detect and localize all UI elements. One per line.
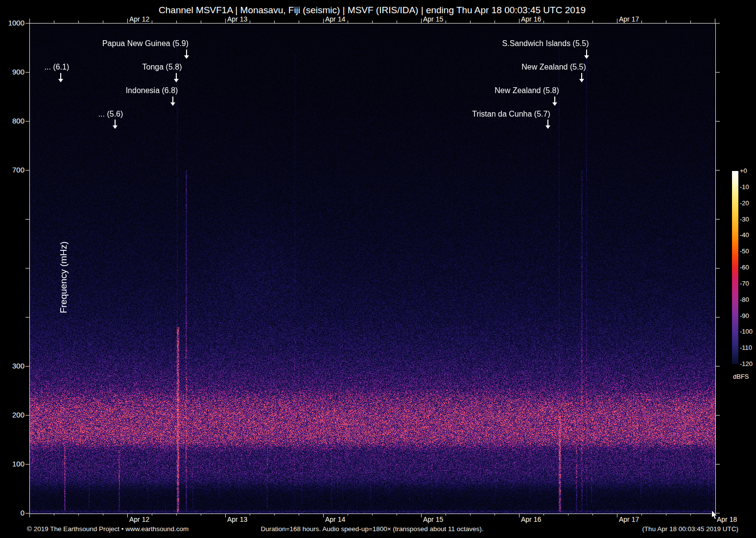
y-tick-left (25, 23, 29, 24)
x-major-tick-top (617, 19, 617, 23)
colorbar-tick-label: -90 (740, 312, 749, 319)
colorbar-tick-label: -40 (740, 231, 749, 239)
x-minor-tick-top (446, 21, 446, 23)
colorbar-tick-label: -60 (740, 264, 749, 271)
x-major-tick-top (421, 19, 422, 23)
y-tick-left (25, 121, 29, 122)
x-minor-tick-bottom (690, 514, 691, 515)
x-minor-tick-bottom (152, 514, 152, 515)
x-tick-label-top: Apr 15 (423, 15, 443, 23)
x-minor-tick-top (543, 21, 544, 23)
y-tick-label: 100 (1, 460, 24, 468)
x-tick-label-bottom: Apr 13 (227, 515, 247, 523)
y-tick-left (25, 170, 29, 171)
y-tick-left (25, 317, 29, 318)
x-minor-tick-bottom (397, 514, 397, 515)
x-minor-tick-top (592, 21, 593, 23)
x-minor-tick-top (568, 21, 568, 23)
y-tick-left (25, 415, 29, 416)
colorbar-gradient (732, 171, 738, 364)
x-minor-tick-bottom (201, 514, 201, 515)
event-annotation-label: S.Sandwich Islands (5.5) (502, 39, 589, 48)
x-minor-tick-top (274, 21, 275, 23)
down-arrow-icon (584, 49, 589, 59)
x-minor-tick-top (103, 21, 103, 23)
colorbar-unit: dBFS (733, 373, 749, 380)
y-tick-right (716, 23, 720, 24)
down-arrow-icon (174, 73, 179, 82)
x-minor-tick-bottom (372, 514, 373, 515)
x-major-tick-top (225, 19, 226, 23)
x-tick-label-bottom: Apr 16 (521, 515, 541, 523)
x-tick-label-bottom: Apr 17 (619, 515, 639, 523)
event-annotation-label: Papua New Guinea (5.9) (102, 39, 189, 48)
x-minor-tick-bottom (103, 514, 103, 515)
down-arrow-icon (58, 73, 63, 82)
spectrogram-figure: Channel MSVF1A | Monasavu, Fiji (seismic… (0, 0, 756, 538)
x-minor-tick-bottom (446, 514, 446, 515)
event-annotation-label: Indonesia (6.8) (126, 86, 178, 95)
y-tick-right (716, 366, 720, 367)
x-major-tick-bottom (519, 514, 520, 517)
x-major-tick-bottom (421, 514, 422, 517)
x-minor-tick-top (299, 21, 299, 23)
x-minor-tick-top (250, 21, 250, 23)
y-tick-left (25, 366, 29, 367)
x-tick-label-bottom: Apr 14 (325, 515, 345, 523)
x-minor-tick-bottom (568, 514, 568, 515)
x-major-tick-bottom (617, 514, 617, 517)
x-tick-label-bottom: Apr 12 (129, 515, 149, 523)
x-minor-tick-top (348, 21, 348, 23)
y-tick-right (716, 268, 720, 269)
x-major-tick-top (127, 19, 128, 23)
x-minor-tick-bottom (78, 514, 79, 515)
colorbar-tick-label: -100 (740, 328, 753, 335)
x-minor-tick-top (690, 21, 691, 23)
x-tick-label-top: Apr 17 (619, 15, 639, 23)
y-tick-label: 0 (1, 509, 24, 517)
y-tick-left (25, 219, 29, 220)
down-arrow-icon (545, 120, 550, 129)
y-tick-left (25, 72, 29, 73)
down-arrow-icon (113, 120, 118, 129)
x-minor-tick-bottom (470, 514, 471, 515)
y-tick-label: 300 (1, 362, 24, 370)
colorbar-tick-label: -50 (740, 247, 749, 255)
colorbar-tick-label: -10 (740, 183, 749, 191)
x-tick-label-top: Apr 14 (325, 15, 345, 23)
colorbar-tick-label: -30 (740, 216, 749, 223)
colorbar-tick-label: -70 (740, 280, 749, 287)
x-minor-tick-bottom (543, 514, 544, 515)
x-minor-tick-top (495, 21, 495, 23)
x-minor-tick-bottom (299, 514, 299, 515)
event-annotation-label: ... (6.1) (45, 63, 70, 72)
event-annotation-label: Tristan da Cunha (5.7) (472, 110, 550, 119)
event-annotation-label: New Zealand (5.8) (495, 86, 559, 95)
y-tick-right (716, 72, 720, 73)
x-major-tick-bottom (323, 514, 324, 517)
y-tick-right (716, 170, 720, 171)
x-minor-tick-top (641, 21, 642, 23)
y-tick-right (716, 317, 720, 318)
y-tick-right (716, 219, 720, 220)
x-minor-tick-top (201, 21, 201, 23)
down-arrow-icon (184, 49, 189, 59)
spectrogram-canvas (30, 24, 715, 514)
colorbar-tick-label: +0 (740, 167, 747, 174)
x-tick-label-top: Apr 13 (227, 15, 247, 23)
event-annotation-label: ... (5.6) (98, 110, 123, 119)
x-minor-tick-bottom (274, 514, 275, 515)
chart-title: Channel MSVF1A | Monasavu, Fiji (seismic… (29, 5, 715, 16)
plot-area (29, 23, 716, 514)
x-major-tick-top (323, 19, 324, 23)
y-tick-right (716, 121, 720, 122)
x-minor-tick-top (78, 21, 79, 23)
x-minor-tick-top (666, 21, 666, 23)
y-tick-label: 700 (1, 166, 24, 174)
event-annotation-label: Tonga (5.8) (142, 63, 182, 72)
x-major-tick-top (519, 19, 520, 23)
x-tick-label-top: Apr 16 (521, 15, 541, 23)
y-tick-right (716, 464, 720, 465)
colorbar-tick-label: -110 (740, 344, 752, 351)
x-minor-tick-bottom (495, 514, 495, 515)
